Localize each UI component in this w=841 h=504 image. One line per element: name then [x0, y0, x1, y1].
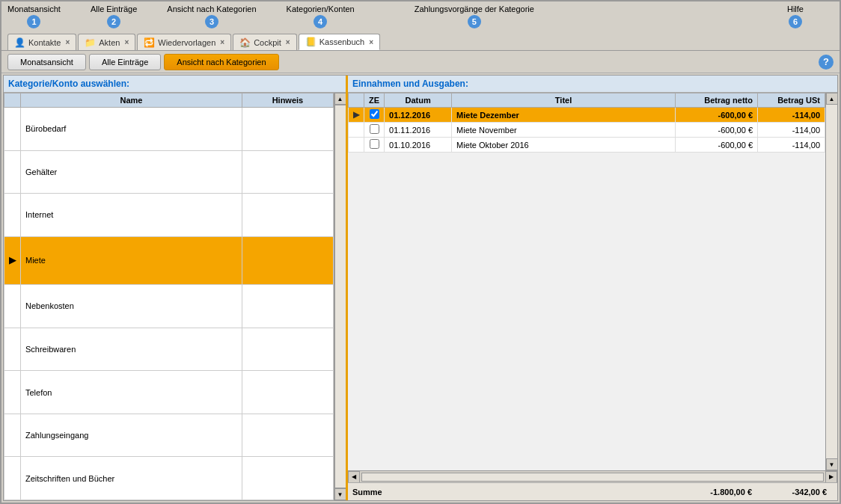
tooltip-alle-eintraege: Alle Einträge 2 [91, 4, 137, 28]
table-row[interactable]: Schreibwaren [4, 328, 334, 371]
checkbox-cell-2[interactable] [364, 123, 385, 138]
betrag-netto-3: -600,00 € [676, 138, 758, 153]
tooltip-ansicht-kategorien: Ansicht nach Kategorien 3 [167, 4, 256, 28]
table-row-selected[interactable]: ▶ Miete [4, 236, 334, 284]
table-row[interactable]: Nebenkosten [4, 285, 334, 328]
v-scroll-down[interactable]: ▼ [826, 458, 838, 470]
scroll-track[interactable] [334, 105, 346, 488]
col-betrag-ust-header: Betrag USt [758, 93, 825, 108]
tooltip-zahlungsvorgaenge: Zahlungsvorgänge der Kategorie 5 [415, 4, 534, 28]
tab-kontakte[interactable]: 👤 Kontakte × [7, 34, 76, 50]
datum-2: 01.11.2016 [385, 123, 452, 138]
tooltip-bar: Monatsansicht 1 Alle Einträge 2 Ansicht … [1, 1, 840, 30]
tooltip-label-5: Zahlungsvorgänge der Kategorie [415, 4, 534, 13]
row-name-miete: Miete [21, 236, 242, 284]
badge-6: 6 [789, 15, 802, 28]
table-row[interactable]: Zahlungseingang [4, 414, 334, 457]
badge-5: 5 [468, 15, 481, 28]
arrow-cell [4, 328, 21, 371]
tab-akten[interactable]: 📁 Akten × [78, 34, 135, 50]
h-scroll-left[interactable]: ◀ [348, 471, 360, 483]
scroll-down-btn[interactable]: ▼ [334, 488, 346, 500]
help-button[interactable]: ? [819, 55, 834, 70]
h-scroll-track[interactable] [361, 473, 824, 482]
checkbox-cell-3[interactable] [364, 138, 385, 153]
table-row[interactable]: 01.10.2016 Miete Oktober 2016 -600,00 € … [349, 138, 825, 153]
right-panel-title: Einnahmen und Ausgaben: [348, 76, 837, 93]
btn-ansicht-kategorien[interactable]: Ansicht nach Kategorien [164, 54, 278, 70]
table-row-selected[interactable]: ▶ 01.12.2016 Miete Dezember -600,00 € -1… [349, 108, 825, 123]
row-hint-telefon [242, 371, 333, 414]
row-name-nebenkosten: Nebenkosten [21, 285, 242, 328]
col-hint-header: Hinweis [242, 93, 333, 108]
col-name-header: Name [21, 93, 242, 108]
row-hint-internet [242, 194, 333, 237]
arrow-cell [4, 285, 21, 328]
betrag-ust-2: -114,00 [758, 123, 825, 138]
titel-2: Miete November [452, 123, 676, 138]
table-row[interactable]: Telefon [4, 371, 334, 414]
badge-4: 4 [314, 15, 327, 28]
tooltip-label-1: Monatsansicht [7, 4, 61, 13]
titel-3: Miete Oktober 2016 [452, 138, 676, 153]
right-panel: Einnahmen und Ausgaben: ZE Datum [348, 76, 837, 500]
tooltip-label-3: Ansicht nach Kategorien [167, 4, 256, 13]
betrag-ust-3: -114,00 [758, 138, 825, 153]
col-arrow-header [349, 93, 364, 108]
tab-icon-wiedervorlagen: 🔁 [144, 37, 155, 48]
col-arrow [4, 93, 21, 108]
tab-close-kassenbuch[interactable]: × [369, 38, 373, 46]
tooltip-hilfe: Hilfe 6 [787, 4, 804, 28]
arrow-cell [4, 194, 21, 237]
checkbox-cell[interactable] [364, 108, 385, 123]
arrow-cell [4, 414, 21, 457]
tab-label-kassenbuch: Kassenbuch [319, 37, 365, 46]
horizontal-scrollbar: ◀ ▶ [348, 470, 837, 482]
arrow-cell [4, 371, 21, 414]
v-scroll-track[interactable] [826, 105, 838, 458]
tooltip-monatsansicht: Monatsansicht 1 [7, 4, 61, 28]
left-table-container: Name Hinweis Bürobedarf [4, 93, 334, 500]
row-hint-nebenkosten [242, 285, 333, 328]
tab-close-akten[interactable]: × [124, 38, 129, 46]
betrag-ust-1: -114,00 [758, 108, 825, 123]
tab-cockpit[interactable]: 🏠 Cockpit × [233, 34, 297, 50]
tooltip-label-6: Hilfe [787, 4, 804, 13]
tab-wiedervorlagen[interactable]: 🔁 Wiedervorlagen × [137, 34, 231, 50]
tab-close-cockpit[interactable]: × [286, 38, 290, 46]
arrow-indicator-2 [349, 123, 364, 138]
row-hint-miete [242, 236, 333, 284]
table-row[interactable]: Gehälter [4, 150, 334, 194]
tab-bar: 👤 Kontakte × 📁 Akten × 🔁 Wiedervorlagen … [1, 30, 840, 51]
right-v-scroll: ▲ ▼ [825, 93, 837, 470]
h-scroll-right[interactable]: ▶ [825, 471, 837, 483]
arrow-cell [4, 457, 21, 500]
table-row[interactable]: Bürobedarf [4, 108, 334, 151]
btn-monatsansicht[interactable]: Monatsansicht [7, 54, 86, 70]
row-hint-zahlungseingang [242, 414, 333, 457]
arrow-indicator-3 [349, 138, 364, 153]
scroll-up-btn[interactable]: ▲ [334, 93, 346, 105]
table-row[interactable]: Zeitschriften und Bücher [4, 457, 334, 500]
arrow-cell [4, 150, 21, 194]
datum-3: 01.10.2016 [385, 138, 452, 153]
arrow-cell [4, 108, 21, 151]
tab-label-wiedervorlagen: Wiedervorlagen [158, 38, 215, 47]
btn-alle-eintraege[interactable]: Alle Einträge [89, 54, 161, 70]
table-row[interactable]: Internet [4, 194, 334, 237]
row-name-internet: Internet [21, 194, 242, 237]
betrag-netto-2: -600,00 € [676, 123, 758, 138]
badge-2: 2 [107, 15, 120, 28]
tab-kassenbuch[interactable]: 📒 Kassenbuch × [299, 34, 380, 50]
tab-close-wiedervorlagen[interactable]: × [220, 38, 224, 46]
table-row[interactable]: 01.11.2016 Miete November -600,00 € -114… [349, 123, 825, 138]
right-table: ZE Datum Titel Betrag netto Betrag USt [348, 93, 825, 153]
main-container: Monatsansicht 1 Alle Einträge 2 Ansicht … [0, 0, 841, 504]
tab-icon-cockpit: 🏠 [239, 37, 251, 48]
tab-icon-kontakte: 👤 [14, 37, 25, 48]
v-scroll-up[interactable]: ▲ [826, 93, 838, 105]
left-panel-wrapper: Name Hinweis Bürobedarf [4, 93, 346, 500]
tab-close-kontakte[interactable]: × [65, 38, 70, 46]
row-hint-buerobedarf [242, 108, 333, 151]
tooltip-kategorien-konten: Kategorien/Konten 4 [287, 4, 355, 28]
